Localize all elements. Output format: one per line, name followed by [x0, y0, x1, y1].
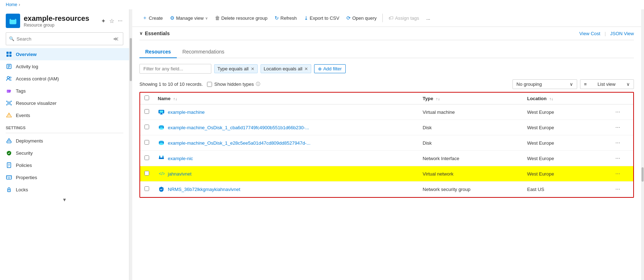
select-all-checkbox[interactable]	[144, 95, 149, 100]
sidebar-item-overview[interactable]: Overview	[0, 48, 129, 60]
sidebar-item-activity-log[interactable]: Activity log	[0, 60, 129, 73]
svg-rect-49	[159, 158, 164, 159]
row-more-button[interactable]: ···	[613, 170, 622, 178]
row-type-cell: Network security group	[418, 182, 523, 197]
breadcrumb-home[interactable]: Home	[6, 2, 17, 7]
sidebar-item-locks[interactable]: Locks	[0, 183, 129, 196]
row-name-link[interactable]: jahnavivnet	[168, 171, 192, 177]
open-query-button[interactable]: ⟳ Open query	[344, 13, 380, 23]
essentials-toggle[interactable]: ∨ Essentials	[139, 31, 170, 36]
row-name-link[interactable]: example-machine_OsDisk_1_e28c5ee5a01d47c…	[168, 140, 310, 146]
table-row: NRMS_36b72lkkgmaykiahnavivnet Network se…	[140, 182, 633, 197]
svg-rect-50	[159, 156, 160, 158]
list-view-label: List view	[598, 81, 616, 87]
settings-divider	[6, 133, 123, 133]
resources-table: Name ↑↓ Type ↑↓ Location ↑↓	[140, 93, 633, 197]
type-filter-remove[interactable]: ✕	[251, 66, 254, 71]
favorite-button[interactable]: ☆	[109, 17, 115, 25]
row-more-button[interactable]: ···	[613, 108, 622, 116]
sidebar-label-resource-visualizer: Resource visualizer	[16, 101, 56, 106]
row-name-cell: example-machine_OsDisk_1_e28c5ee5a01d47c…	[153, 135, 418, 151]
sidebar-item-events[interactable]: Events	[0, 109, 129, 121]
add-filter-label: Add filter	[323, 66, 341, 71]
grouping-select[interactable]: No grouping ∨	[512, 79, 577, 89]
essentials-links: View Cost | JSON View	[579, 31, 634, 36]
row-name-link[interactable]: example-nic	[168, 156, 193, 161]
svg-point-14	[8, 91, 8, 92]
collapse-sidebar-button[interactable]: ≪	[112, 34, 120, 43]
essentials-label: Essentials	[145, 31, 170, 36]
manage-view-icon: ⚙	[170, 15, 175, 21]
search-box: 🔍 ≪	[6, 32, 123, 45]
svg-line-22	[7, 104, 8, 104]
th-type[interactable]: Type ↑↓	[418, 93, 523, 104]
manage-view-button[interactable]: ⚙ Manage view ∨	[167, 13, 211, 23]
row-more-button[interactable]: ···	[613, 185, 622, 193]
row-more-button[interactable]: ···	[613, 154, 622, 162]
row-checkbox[interactable]	[144, 186, 149, 191]
svg-point-43	[159, 127, 164, 130]
sidebar-label-properties: Properties	[16, 175, 37, 180]
th-location[interactable]: Location ↑↓	[523, 93, 609, 104]
sidebar-item-deployments[interactable]: Deployments	[0, 135, 129, 147]
tab-recommendations[interactable]: Recommendations	[177, 46, 230, 58]
show-hidden-types-checkbox[interactable]	[207, 82, 212, 87]
location-filter-tag: Location equals all ✕	[261, 64, 312, 73]
sidebar-item-security[interactable]: Security	[0, 147, 129, 159]
more-toolbar-button[interactable]: ...	[423, 14, 433, 23]
more-toolbar-label: ...	[426, 15, 430, 21]
breadcrumb: Home ›	[0, 0, 644, 9]
row-checkbox[interactable]	[144, 109, 149, 114]
events-icon	[6, 112, 12, 118]
row-name-link[interactable]: example-machine	[168, 109, 205, 115]
th-name-sort-icon: ↑↓	[173, 97, 177, 101]
show-hidden-types-label[interactable]: Show hidden types ⓘ	[207, 81, 260, 87]
row-resource-icon	[158, 155, 165, 162]
search-input[interactable]	[17, 36, 110, 42]
row-name-cell: </> jahnavivnet	[153, 166, 418, 182]
row-checkbox[interactable]	[144, 155, 149, 160]
export-button[interactable]: ⤓ Export to CSV	[301, 13, 342, 23]
svg-line-23	[10, 104, 11, 104]
sidebar-item-tags[interactable]: Tags	[0, 85, 129, 97]
sidebar-item-properties[interactable]: Properties	[0, 171, 129, 183]
tab-resources[interactable]: Resources	[139, 46, 177, 58]
add-filter-button[interactable]: ⊕ Add filter	[314, 64, 345, 73]
refresh-button[interactable]: ↻ Refresh	[272, 13, 300, 23]
row-checkbox[interactable]	[144, 140, 149, 145]
row-resource-icon	[158, 124, 165, 131]
sidebar-item-access-control[interactable]: Access control (IAM)	[0, 73, 129, 85]
row-checkbox[interactable]	[144, 125, 149, 129]
sidebar-item-resource-visualizer[interactable]: Resource visualizer	[0, 97, 129, 109]
sidebar-item-policies[interactable]: Policies	[0, 159, 129, 171]
row-checkbox[interactable]	[144, 171, 149, 176]
resources-table-wrapper: Name ↑↓ Type ↑↓ Location ↑↓	[139, 92, 634, 198]
view-cost-link[interactable]: View Cost	[579, 31, 600, 36]
json-view-link[interactable]: JSON View	[610, 31, 634, 36]
row-name-link[interactable]: NRMS_36b72lkkgmaykiahnavivnet	[168, 187, 240, 192]
more-options-button[interactable]: ···	[117, 17, 123, 25]
resources-tabs: Resources Recommendations	[139, 40, 634, 58]
row-checkbox-cell	[140, 166, 153, 182]
svg-rect-5	[9, 55, 12, 57]
pin-button[interactable]: ✦	[100, 17, 106, 25]
row-name-link[interactable]: example-machine_OsDisk_1_cba6d17749fc490…	[168, 125, 309, 130]
assign-tags-button[interactable]: 🏷 Assign tags	[386, 13, 422, 23]
th-name[interactable]: Name ↑↓	[153, 93, 418, 104]
svg-point-26	[9, 116, 9, 117]
create-button[interactable]: ＋ Create	[139, 13, 166, 23]
list-view-select[interactable]: ≡ List view ∨	[580, 79, 634, 89]
row-more-button[interactable]: ···	[613, 139, 622, 147]
sidebar-scrollbar[interactable]	[129, 9, 132, 280]
row-actions-cell: ···	[609, 135, 633, 151]
sidebar-label-tags: Tags	[16, 88, 26, 94]
resource-group-icon	[6, 14, 20, 28]
row-more-button[interactable]: ···	[613, 123, 622, 131]
content-scrollbar[interactable]	[641, 9, 644, 280]
row-location-cell: West Europe	[523, 120, 609, 135]
row-name-cell: example-machine	[153, 104, 418, 120]
filter-input[interactable]	[139, 64, 211, 74]
scroll-down-indicator[interactable]: ▼	[0, 196, 129, 204]
location-filter-remove[interactable]: ✕	[304, 66, 308, 71]
delete-button[interactable]: 🗑 Delete resource group	[212, 13, 271, 23]
